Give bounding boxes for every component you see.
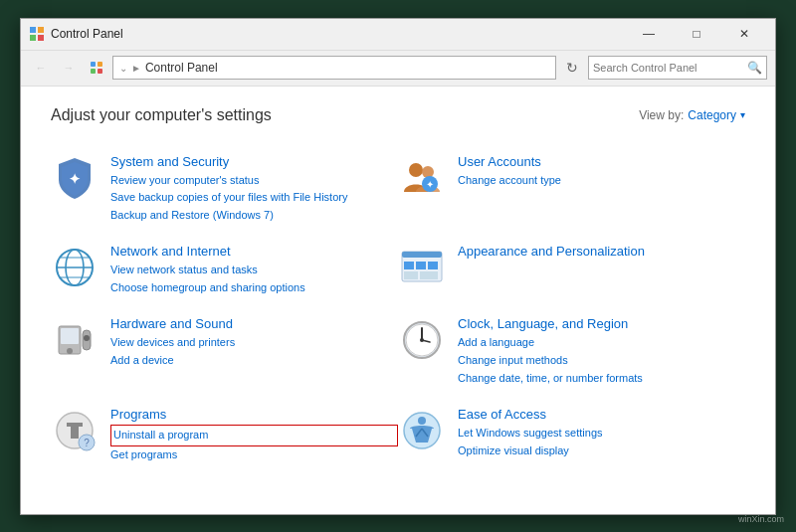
category-system-security: ✦ System and Security Review your comput… xyxy=(51,144,398,235)
close-button[interactable]: ✕ xyxy=(721,19,767,49)
windows-suggest-link[interactable]: Let Windows suggest settings xyxy=(458,425,745,443)
hardware-sound-icon xyxy=(51,316,99,364)
svg-rect-3 xyxy=(38,35,44,41)
view-network-link[interactable]: View network status and tasks xyxy=(110,262,398,279)
add-device-link[interactable]: Add a device xyxy=(110,352,398,370)
ease-access-content: Ease of Access Let Windows suggest setti… xyxy=(458,407,745,459)
refresh-button[interactable]: ↻ xyxy=(560,56,584,80)
appearance-title[interactable]: Appearance and Personalization xyxy=(458,244,745,259)
svg-rect-6 xyxy=(91,69,96,74)
maximize-button[interactable]: □ xyxy=(674,19,719,49)
network-internet-content: Network and Internet View network status… xyxy=(110,244,398,296)
system-security-title[interactable]: System and Security xyxy=(110,154,398,169)
page-title: Adjust your computer's settings xyxy=(51,106,272,124)
window-title: Control Panel xyxy=(51,27,123,41)
user-accounts-title[interactable]: User Accounts xyxy=(458,154,745,169)
uninstall-program-link[interactable]: Uninstall a program xyxy=(110,425,398,446)
change-date-time-link[interactable]: Change date, time, or number formats xyxy=(458,370,745,388)
svg-rect-23 xyxy=(404,271,418,279)
network-internet-icon xyxy=(51,244,99,291)
network-internet-title[interactable]: Network and Internet xyxy=(110,244,398,259)
system-security-icon: ✦ xyxy=(51,154,99,202)
appearance-icon xyxy=(398,244,446,291)
svg-rect-20 xyxy=(404,262,414,269)
svg-text:✦: ✦ xyxy=(426,179,434,190)
svg-rect-7 xyxy=(98,69,102,74)
svg-rect-19 xyxy=(402,252,442,258)
system-security-content: System and Security Review your computer… xyxy=(110,154,398,225)
categories-grid: ✦ System and Security Review your comput… xyxy=(51,144,745,474)
ease-access-title[interactable]: Ease of Access xyxy=(458,407,745,422)
minimize-button[interactable]: — xyxy=(626,19,672,49)
optimize-visual-link[interactable]: Optimize visual display xyxy=(458,443,745,460)
category-appearance: Appearance and Personalization xyxy=(398,234,745,306)
window-icon xyxy=(29,26,45,42)
back-button[interactable]: ← xyxy=(29,56,53,80)
breadcrumb-home-icon: ⌄ xyxy=(119,63,127,74)
content-area: Adjust your computer's settings View by:… xyxy=(21,87,775,514)
category-ease-access: Ease of Access Let Windows suggest setti… xyxy=(398,397,745,473)
view-by-value[interactable]: Category xyxy=(688,108,736,122)
hardware-sound-content: Hardware and Sound View devices and prin… xyxy=(110,316,398,369)
page-header: Adjust your computer's settings View by:… xyxy=(51,106,745,124)
view-devices-link[interactable]: View devices and printers xyxy=(110,334,398,352)
svg-rect-1 xyxy=(38,27,44,33)
forward-button[interactable]: → xyxy=(57,56,81,80)
svg-rect-0 xyxy=(30,27,36,33)
svg-rect-22 xyxy=(428,262,438,269)
svg-point-10 xyxy=(422,166,434,178)
clock-region-content: Clock, Language, and Region Add a langua… xyxy=(458,316,745,387)
category-programs: ? Programs Uninstall a program Get progr… xyxy=(51,397,398,473)
svg-point-27 xyxy=(67,348,73,354)
review-status-link[interactable]: Review your computer's status xyxy=(110,172,398,190)
title-bar-left: Control Panel xyxy=(29,26,123,42)
backup-restore-link[interactable]: Backup and Restore (Windows 7) xyxy=(110,207,398,225)
category-user-accounts: ✦ User Accounts Change account type xyxy=(398,144,745,235)
view-by-label: View by: xyxy=(639,108,684,122)
hardware-sound-title[interactable]: Hardware and Sound xyxy=(110,316,398,331)
view-by-control: View by: Category ▾ xyxy=(639,108,745,122)
category-clock-region: Clock, Language, and Region Add a langua… xyxy=(398,306,745,397)
clock-region-title[interactable]: Clock, Language, and Region xyxy=(458,316,745,331)
svg-point-9 xyxy=(409,163,423,177)
search-box: 🔍 xyxy=(588,56,767,80)
control-panel-window: Control Panel — □ ✕ ← → ⌄ ► Control Pane… xyxy=(20,18,776,515)
appearance-content: Appearance and Personalization xyxy=(458,244,745,262)
svg-point-34 xyxy=(420,338,424,342)
title-bar-controls: — □ ✕ xyxy=(626,19,767,49)
svg-point-39 xyxy=(418,417,426,425)
breadcrumb-control-panel[interactable]: Control Panel xyxy=(145,61,218,75)
title-bar: Control Panel — □ ✕ xyxy=(21,19,775,51)
programs-icon: ? xyxy=(51,407,99,454)
svg-rect-24 xyxy=(420,271,438,279)
svg-rect-5 xyxy=(98,62,102,67)
homegroup-link[interactable]: Choose homegroup and sharing options xyxy=(110,279,398,297)
up-button[interactable] xyxy=(85,56,108,80)
change-account-type-link[interactable]: Change account type xyxy=(458,172,745,190)
search-input[interactable] xyxy=(593,62,747,74)
svg-text:?: ? xyxy=(84,438,90,448)
svg-rect-2 xyxy=(30,35,36,41)
ease-access-icon xyxy=(398,407,446,454)
chevron-down-icon: ▾ xyxy=(740,109,745,120)
user-accounts-content: User Accounts Change account type xyxy=(458,154,745,190)
svg-point-29 xyxy=(84,335,90,341)
get-programs-link[interactable]: Get programs xyxy=(110,446,398,464)
user-accounts-icon: ✦ xyxy=(398,154,446,202)
watermark: winXin.com xyxy=(738,514,784,524)
clock-region-icon xyxy=(398,316,446,364)
programs-title[interactable]: Programs xyxy=(110,407,398,422)
category-network-internet: Network and Internet View network status… xyxy=(51,234,398,306)
address-bar: ← → ⌄ ► Control Panel ↻ 🔍 xyxy=(21,51,775,87)
add-language-link[interactable]: Add a language xyxy=(458,334,745,352)
breadcrumb: ⌄ ► Control Panel xyxy=(112,56,556,80)
search-icon[interactable]: 🔍 xyxy=(747,61,762,75)
svg-rect-4 xyxy=(91,62,96,67)
category-hardware-sound: Hardware and Sound View devices and prin… xyxy=(51,306,398,397)
svg-rect-21 xyxy=(416,262,426,269)
svg-text:✦: ✦ xyxy=(69,171,81,187)
change-input-link[interactable]: Change input methods xyxy=(458,352,745,370)
backup-files-link[interactable]: Save backup copies of your files with Fi… xyxy=(110,189,398,207)
svg-rect-26 xyxy=(61,328,79,344)
programs-content: Programs Uninstall a program Get program… xyxy=(110,407,398,463)
